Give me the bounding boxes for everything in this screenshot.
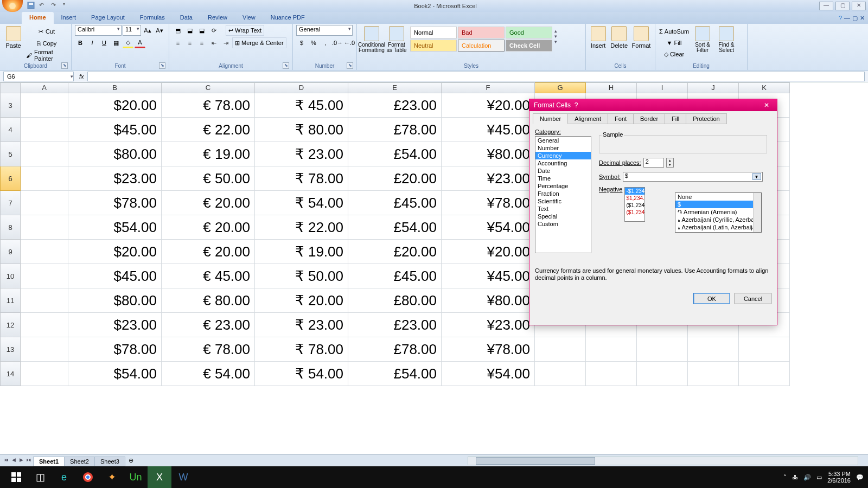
save-icon[interactable]: [27, 2, 36, 10]
cell-E3[interactable]: £23.00: [348, 93, 442, 118]
orientation-button[interactable]: ⟳: [208, 25, 219, 36]
ribbon-tab-formulas[interactable]: Formulas: [132, 12, 173, 24]
select-all-corner[interactable]: [0, 82, 21, 93]
task-view-button[interactable]: ◫: [28, 466, 52, 488]
row-header-13[interactable]: 13: [0, 337, 21, 362]
sort-filter-button[interactable]: Sort & Filter: [692, 25, 713, 54]
row-header-6[interactable]: 6: [0, 166, 21, 191]
cell-C10[interactable]: € 45.00: [162, 264, 255, 288]
cell-A3[interactable]: [21, 93, 68, 118]
cell-E6[interactable]: £20.00: [348, 166, 442, 191]
category-number[interactable]: Number: [535, 144, 591, 152]
edge-icon[interactable]: e: [52, 466, 76, 488]
word-taskbar-icon[interactable]: W: [171, 466, 195, 488]
align-right-button[interactable]: ≡: [196, 37, 207, 48]
symbol-option[interactable]: ₽ Bashkir (Russia): [675, 231, 761, 233]
ribbon-tab-view[interactable]: View: [235, 12, 263, 24]
align-top-button[interactable]: ⬒: [173, 25, 183, 36]
office-button[interactable]: [2, 0, 23, 12]
font-color-button[interactable]: A: [135, 37, 145, 48]
category-percentage[interactable]: Percentage: [535, 182, 591, 190]
negative-option[interactable]: ($1,234.: [625, 202, 644, 209]
decrease-decimal-button[interactable]: ←.0: [344, 37, 355, 48]
copy-button[interactable]: ⎘Copy: [25, 38, 68, 49]
styles-up-icon[interactable]: ▴: [554, 28, 557, 34]
hscroll-thumb[interactable]: [476, 457, 595, 465]
cell-A11[interactable]: [21, 288, 68, 313]
category-list[interactable]: GeneralNumberCurrencyAccountingDateTimeP…: [535, 136, 591, 253]
style-check-cell[interactable]: Check Cell: [506, 40, 552, 52]
cell-D13[interactable]: ₹ 78.00: [255, 337, 348, 362]
dialog-close-button[interactable]: ✕: [761, 101, 773, 109]
tray-volume-icon[interactable]: 🔊: [803, 474, 811, 481]
border-button[interactable]: ▦: [111, 37, 122, 48]
cell-E4[interactable]: £78.00: [348, 118, 442, 142]
grow-font-button[interactable]: A▴: [142, 25, 153, 36]
insert-cells-button[interactable]: Insert: [589, 25, 607, 50]
category-general[interactable]: General: [535, 137, 591, 144]
font-name-combo[interactable]: Calibri: [75, 25, 122, 36]
category-date[interactable]: Date: [535, 167, 591, 175]
new-sheet-button[interactable]: ⊕: [129, 457, 133, 464]
symbol-option[interactable]: ₼ Azerbaijani (Cyrillic, Azerbaijan): [675, 216, 761, 223]
category-scientific[interactable]: Scientific: [535, 197, 591, 205]
cell-B4[interactable]: $45.00: [68, 118, 162, 142]
cell-C13[interactable]: € 78.00: [162, 337, 255, 362]
cell-E11[interactable]: £80.00: [348, 288, 442, 313]
row-header-10[interactable]: 10: [0, 264, 21, 288]
number-launcher[interactable]: ⬊: [347, 62, 353, 69]
cell-F7[interactable]: ¥78.00: [442, 191, 535, 215]
underline-button[interactable]: U: [99, 37, 110, 48]
cell-F4[interactable]: ¥45.00: [442, 118, 535, 142]
ribbon-tab-home[interactable]: Home: [22, 12, 54, 24]
delete-cells-button[interactable]: Delete: [609, 25, 629, 50]
symbol-option[interactable]: $: [675, 201, 761, 208]
cell-E5[interactable]: £54.00: [348, 142, 442, 166]
percent-button[interactable]: %: [308, 37, 319, 48]
row-header-7[interactable]: 7: [0, 191, 21, 215]
find-select-button[interactable]: Find & Select: [716, 25, 737, 54]
fill-color-button[interactable]: ◇: [123, 37, 133, 48]
increase-indent-button[interactable]: ⇥: [220, 37, 231, 48]
sheet-nav-prev[interactable]: ◀: [10, 457, 17, 465]
horizontal-scrollbar[interactable]: [468, 457, 858, 465]
italic-button[interactable]: I: [87, 37, 98, 48]
dlg-tab-protection[interactable]: Protection: [686, 113, 727, 124]
clear-button[interactable]: ◇Clear: [659, 49, 690, 60]
cell-C3[interactable]: € 78.00: [162, 93, 255, 118]
ribbon-tab-data[interactable]: Data: [173, 12, 200, 24]
cell-D9[interactable]: ₹ 19.00: [255, 240, 348, 264]
cell-B14[interactable]: $54.00: [68, 362, 162, 386]
sheet-tab-sheet1[interactable]: Sheet1: [33, 457, 65, 466]
style-bad[interactable]: Bad: [458, 27, 505, 38]
cell-B10[interactable]: $45.00: [68, 264, 162, 288]
cell-A6[interactable]: [21, 166, 68, 191]
wrap-text-button[interactable]: ↩Wrap Text: [226, 25, 264, 36]
cell-C7[interactable]: € 20.00: [162, 191, 255, 215]
cell-A5[interactable]: [21, 142, 68, 166]
category-special[interactable]: Special: [535, 213, 591, 220]
cancel-button[interactable]: Cancel: [735, 293, 771, 304]
cell-F6[interactable]: ¥23.00: [442, 166, 535, 191]
paste-button[interactable]: Paste: [3, 25, 23, 50]
shrink-font-button[interactable]: A▾: [154, 25, 165, 36]
dialog-titlebar[interactable]: Format Cells ? ✕: [529, 99, 777, 111]
currency-button[interactable]: $: [296, 37, 307, 48]
cell-K14[interactable]: [739, 362, 790, 386]
cell-B3[interactable]: $20.00: [68, 93, 162, 118]
autosum-button[interactable]: ΣAutoSum: [659, 26, 690, 37]
negative-numbers-list[interactable]: -$1,234.$1,234.1($1,234.($1,234.: [624, 187, 645, 222]
cell-H14[interactable]: [586, 362, 637, 386]
cell-A9[interactable]: [21, 240, 68, 264]
ribbon-tab-page-layout[interactable]: Page Layout: [84, 12, 132, 24]
cell-D11[interactable]: ₹ 20.00: [255, 288, 348, 313]
col-header-A[interactable]: A: [21, 82, 68, 93]
style-calculation[interactable]: Calculation: [458, 40, 505, 52]
start-button[interactable]: [4, 466, 28, 488]
cell-D7[interactable]: ₹ 54.00: [255, 191, 348, 215]
app-icon-2[interactable]: Un: [124, 466, 148, 488]
cell-A10[interactable]: [21, 264, 68, 288]
cell-J13[interactable]: [688, 337, 739, 362]
cell-G13[interactable]: [535, 337, 586, 362]
cell-E12[interactable]: £23.00: [348, 313, 442, 337]
